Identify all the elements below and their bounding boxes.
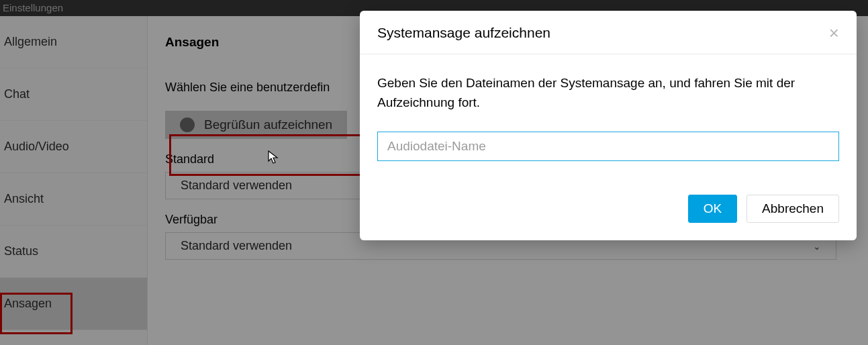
close-icon: × [829, 23, 839, 43]
dialog-message: Geben Sie den Dateinamen der Systemansag… [377, 73, 839, 113]
dialog-title: Systemansage aufzeichnen [377, 25, 550, 41]
audio-filename-input[interactable] [377, 132, 839, 161]
cancel-button[interactable]: Abbrechen [746, 195, 839, 223]
close-button[interactable]: × [829, 24, 839, 42]
ok-button[interactable]: OK [688, 195, 737, 223]
record-system-announcement-dialog: Systemansage aufzeichnen × Geben Sie den… [360, 11, 857, 240]
